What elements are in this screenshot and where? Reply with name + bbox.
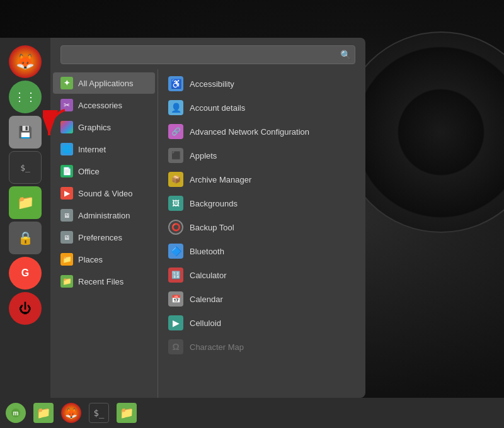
sidebar-firefox-button[interactable]: 🦊 — [9, 45, 42, 78]
archive-manager-icon: 📦 — [168, 172, 183, 187]
character-map-icon: Ω — [168, 339, 183, 354]
red-arrow-indicator — [43, 107, 74, 145]
mint-logo-icon: m — [6, 403, 26, 423]
app-backup-tool[interactable]: ⭕ Backup Tool — [158, 215, 365, 239]
category-all-label: All Applications — [78, 79, 133, 88]
category-administration[interactable]: 🖥 Administration — [53, 205, 155, 226]
app-advanced-network-label: Advanced Network Configuration — [190, 127, 309, 137]
sidebar-power-button[interactable]: ⏻ — [9, 292, 42, 325]
sidebar-lock-button[interactable]: 🔒 — [9, 222, 42, 254]
celluloid-icon: ▶ — [168, 315, 183, 330]
search-input[interactable] — [61, 46, 355, 64]
category-all[interactable]: ✦ All Applications — [53, 72, 155, 94]
app-archive-manager[interactable]: 📦 Archive Manager — [158, 167, 365, 191]
preferences-icon: 🖥 — [60, 231, 73, 244]
app-calculator[interactable]: 🔢 Calculator — [158, 263, 365, 287]
apps-panel: ♿ Accessibility 👤 Account details 🔗 Adva… — [158, 69, 365, 398]
app-character-map[interactable]: Ω Character Map — [158, 335, 365, 359]
backgrounds-icon: 🖼 — [168, 196, 183, 211]
category-graphics-label: Graphics — [78, 123, 111, 132]
app-backup-tool-label: Backup Tool — [190, 223, 234, 232]
app-backgrounds-label: Backgrounds — [190, 199, 238, 208]
all-apps-icon: ✦ — [60, 77, 73, 89]
accessibility-icon: ♿ — [168, 76, 183, 91]
administration-icon: 🖥 — [60, 209, 73, 222]
side-panel: 🦊 ⋮⋮ 💾 $_ 📁 🔒 G ⏻ — [0, 38, 50, 398]
app-applets[interactable]: ⬛ Applets — [158, 144, 365, 167]
backup-tool-icon: ⭕ — [168, 220, 183, 235]
app-archive-manager-label: Archive Manager — [190, 175, 251, 184]
taskbar-files-icon: 📁 — [33, 403, 54, 423]
app-celluloid-label: Celluloid — [190, 318, 221, 328]
desktop: m 📁 🦊 $_ 📁 🦊 ⋮⋮ 💾 $_ 📁 🔒 G ⏻ — [0, 0, 504, 428]
app-character-map-label: Character Map — [190, 342, 244, 352]
app-calendar-label: Calendar — [190, 295, 223, 304]
app-account-details[interactable]: 👤 Account details — [158, 96, 365, 120]
search-input-wrap: 🔍 — [60, 45, 355, 64]
taskbar-mint-button[interactable]: m — [3, 401, 29, 425]
app-account-details-label: Account details — [190, 103, 245, 113]
category-office[interactable]: 📄 Office — [53, 160, 155, 182]
category-office-label: Office — [78, 167, 100, 176]
category-administration-label: Administration — [78, 211, 130, 220]
sidebar-apps-button[interactable]: ⋮⋮ — [9, 81, 42, 113]
sidebar-files-button[interactable]: 📁 — [9, 186, 42, 219]
calendar-icon: 📅 — [168, 291, 183, 307]
calculator-icon: 🔢 — [168, 268, 183, 283]
app-bluetooth[interactable]: 🔷 Bluetooth — [158, 239, 365, 263]
app-applets-label: Applets — [190, 151, 217, 160]
app-advanced-network[interactable]: 🔗 Advanced Network Configuration — [158, 120, 365, 144]
category-places[interactable]: 📁 Places — [53, 249, 155, 270]
category-preferences[interactable]: 🖥 Preferences — [53, 227, 155, 248]
app-accessibility-label: Accessibility — [190, 79, 234, 89]
sidebar-grammarly-button[interactable]: G — [9, 257, 42, 290]
bluetooth-icon: 🔷 — [168, 244, 183, 259]
recent-icon: 📁 — [60, 275, 73, 288]
taskbar-files2-button[interactable]: 📁 — [113, 401, 140, 425]
mint-logo-svg: m — [9, 407, 22, 419]
category-recent-label: Recent Files — [78, 277, 123, 286]
office-icon: 📄 — [60, 165, 73, 177]
category-internet-label: Internet — [78, 145, 106, 154]
category-accessories-label: Accessories — [78, 101, 122, 110]
search-bar: 🔍 — [50, 38, 365, 69]
applets-icon: ⬛ — [168, 148, 183, 163]
app-accessibility[interactable]: ♿ Accessibility — [158, 72, 365, 96]
places-icon: 📁 — [60, 253, 73, 266]
app-bluetooth-label: Bluetooth — [190, 247, 224, 256]
svg-text:m: m — [13, 410, 19, 417]
search-icon[interactable]: 🔍 — [340, 50, 351, 60]
taskbar: m 📁 🦊 $_ 📁 — [0, 398, 504, 428]
taskbar-files2-icon: 📁 — [117, 403, 137, 423]
internet-icon: 🌐 — [60, 143, 73, 155]
sidebar-terminal-button[interactable]: $_ — [9, 151, 42, 184]
sidebar-storage-button[interactable]: 💾 — [9, 116, 42, 149]
applications-menu: 🔍 ✦ All Applications ✂ Accessories 🎨 Gra… — [50, 38, 365, 398]
app-celluloid[interactable]: ▶ Celluloid — [158, 311, 365, 335]
menu-body: ✦ All Applications ✂ Accessories 🎨 Graph… — [50, 69, 365, 398]
taskbar-terminal-icon: $_ — [89, 403, 109, 423]
taskbar-firefox-button[interactable]: 🦊 — [58, 401, 84, 425]
app-backgrounds[interactable]: 🖼 Backgrounds — [158, 191, 365, 215]
category-sound-video[interactable]: ▶ Sound & Video — [53, 183, 155, 204]
category-preferences-label: Preferences — [78, 233, 122, 242]
app-calculator-label: Calculator — [190, 271, 227, 280]
advanced-network-icon: 🔗 — [168, 124, 183, 139]
taskbar-terminal-button[interactable]: $_ — [86, 401, 112, 425]
taskbar-firefox-icon: 🦊 — [61, 403, 81, 423]
taskbar-files-button[interactable]: 📁 — [30, 401, 57, 425]
category-sound-video-label: Sound & Video — [78, 189, 133, 198]
sound-video-icon: ▶ — [60, 187, 73, 200]
account-details-icon: 👤 — [168, 100, 183, 115]
category-recent[interactable]: 📁 Recent Files — [53, 271, 155, 292]
category-places-label: Places — [78, 255, 103, 264]
app-calendar[interactable]: 📅 Calendar — [158, 287, 365, 311]
